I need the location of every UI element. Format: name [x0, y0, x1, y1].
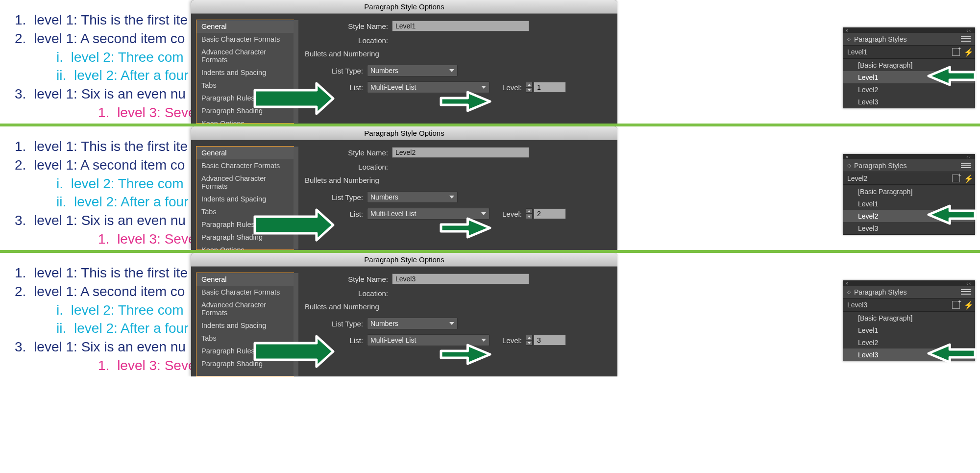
list-type-label: List Type:: [305, 193, 363, 201]
quick-apply-icon[interactable]: ⚡: [964, 48, 971, 56]
section-list-item[interactable]: Indents and Spacing: [196, 66, 294, 79]
section-list-item[interactable]: General: [196, 147, 294, 159]
close-icon[interactable]: ×: [845, 154, 848, 159]
panel-list-item[interactable]: Level2: [843, 336, 975, 349]
section-list-item[interactable]: Paragraph Rules: [196, 345, 294, 357]
diamond-icon: ◇: [847, 36, 851, 42]
chevron-down-icon: [481, 339, 486, 342]
style-name-label: Style Name:: [305, 275, 388, 283]
level-input[interactable]: [534, 335, 566, 346]
close-icon[interactable]: ×: [845, 281, 848, 286]
close-icon[interactable]: ×: [845, 28, 848, 33]
panel-header: ◇ Paragraph Styles: [843, 159, 975, 172]
level-input[interactable]: [534, 82, 566, 93]
dialog-section-list[interactable]: GeneralBasic Character FormatsAdvanced C…: [196, 20, 294, 124]
document-preview: 1. level 1: This is the first ite2. leve…: [15, 137, 196, 249]
panel-list-item[interactable]: Level1: [843, 71, 975, 83]
level-label: Level:: [492, 336, 522, 345]
section-list-item[interactable]: Tabs: [196, 205, 294, 218]
panel-title: Paragraph Styles: [854, 288, 906, 296]
quick-apply-icon[interactable]: ⚡: [964, 174, 971, 183]
panel-style-list[interactable]: [Basic Paragraph]Level1Level2Level3: [843, 185, 975, 234]
panel-list-item[interactable]: Level1: [843, 324, 975, 336]
panel-list-item[interactable]: Level3: [843, 349, 975, 361]
section-list-item[interactable]: Tabs: [196, 79, 294, 92]
level-stepper[interactable]: [526, 335, 533, 346]
document-preview: 1. level 1: This is the first ite2. leve…: [15, 264, 196, 375]
section-list-item[interactable]: Paragraph Rules: [196, 218, 294, 231]
section-list-item[interactable]: Basic Character Formats: [196, 33, 294, 46]
panel-list-item[interactable]: [Basic Paragraph]: [843, 59, 975, 71]
section-list-item[interactable]: Indents and Spacing: [196, 319, 294, 332]
section-list-item[interactable]: Paragraph Shading: [196, 231, 294, 244]
new-style-icon[interactable]: [952, 174, 960, 182]
panel-list-item[interactable]: [Basic Paragraph]: [843, 312, 975, 324]
panel-menu-icon[interactable]: [961, 162, 971, 169]
list-type-dropdown[interactable]: Numbers: [367, 65, 458, 76]
list-label: List:: [305, 83, 363, 92]
new-style-icon[interactable]: [952, 301, 960, 309]
list-type-dropdown[interactable]: Numbers: [367, 318, 458, 329]
section-list-item[interactable]: Paragraph Shading: [196, 357, 294, 370]
chevron-down-icon: [449, 322, 454, 325]
section-list-item[interactable]: General: [196, 20, 294, 33]
document-preview: 1. level 1: This is the first ite2. leve…: [15, 11, 196, 122]
level-stepper[interactable]: [526, 82, 533, 93]
style-name-input[interactable]: [392, 147, 529, 158]
panel-list-item[interactable]: Level1: [843, 198, 975, 210]
panel-style-list[interactable]: [Basic Paragraph]Level1Level2Level3: [843, 58, 975, 108]
panel-style-list[interactable]: [Basic Paragraph]Level1Level2Level3: [843, 311, 975, 361]
collapse-icon[interactable]: ‹‹: [966, 154, 972, 160]
panel-list-item[interactable]: Level3: [843, 96, 975, 108]
list-type-label: List Type:: [305, 67, 363, 75]
list-dropdown[interactable]: Multi-Level List: [367, 334, 490, 346]
panel-header: ◇ Paragraph Styles: [843, 33, 975, 46]
dialog-section-list[interactable]: GeneralBasic Character FormatsAdvanced C…: [196, 273, 294, 376]
paragraph-styles-panel: ×‹‹◇ Paragraph Styles Level1 ⚡ [Basic Pa…: [843, 27, 975, 108]
quick-apply-icon[interactable]: ⚡: [964, 300, 971, 309]
section-list-item[interactable]: Basic Character Formats: [196, 286, 294, 299]
new-style-icon[interactable]: [952, 48, 960, 56]
section-header: Bullets and Numbering: [305, 302, 612, 311]
style-name-label: Style Name:: [305, 149, 388, 157]
current-style-name: Level3: [847, 301, 867, 309]
list-label: List:: [305, 210, 363, 218]
section-list-item[interactable]: Keep Options: [196, 244, 294, 250]
paragraph-styles-panel: ×‹‹◇ Paragraph Styles Level2 ⚡ [Basic Pa…: [843, 154, 975, 235]
dialog-title: Paragraph Style Options: [191, 126, 617, 140]
section-list-item[interactable]: Advanced Character Formats: [196, 299, 294, 319]
dialog-section-list[interactable]: GeneralBasic Character FormatsAdvanced C…: [196, 146, 294, 250]
section-list-item[interactable]: General: [196, 273, 294, 286]
section-list-item[interactable]: Basic Character Formats: [196, 159, 294, 172]
panel-title: Paragraph Styles: [854, 35, 906, 43]
section-list-item[interactable]: Paragraph Rules: [196, 92, 294, 104]
paragraph-style-options-dialog: Paragraph Style OptionsGeneralBasic Char…: [191, 0, 617, 124]
panel-list-item[interactable]: Level3: [843, 222, 975, 234]
diamond-icon: ◇: [847, 289, 851, 295]
section-list-item[interactable]: Advanced Character Formats: [196, 172, 294, 193]
list-type-label: List Type:: [305, 320, 363, 328]
panel-list-item[interactable]: Level2: [843, 83, 975, 96]
level-stepper[interactable]: [526, 208, 533, 219]
section-list-item[interactable]: Indents and Spacing: [196, 193, 294, 205]
panel-header: ◇ Paragraph Styles: [843, 286, 975, 299]
panel-menu-icon[interactable]: [961, 36, 971, 43]
paragraph-styles-panel: ×‹‹◇ Paragraph Styles Level3 ⚡ [Basic Pa…: [843, 280, 975, 361]
section-list-item[interactable]: Tabs: [196, 332, 294, 345]
panel-menu-icon[interactable]: [961, 289, 971, 296]
section-list-item[interactable]: Paragraph Shading: [196, 104, 294, 117]
collapse-icon[interactable]: ‹‹: [966, 281, 972, 286]
list-dropdown[interactable]: Multi-Level List: [367, 208, 490, 220]
section-list-item[interactable]: Advanced Character Formats: [196, 46, 294, 66]
panel-list-item[interactable]: [Basic Paragraph]: [843, 185, 975, 198]
current-style-name: Level1: [847, 48, 867, 56]
level-input[interactable]: [534, 208, 566, 219]
section-list-item[interactable]: Keep Options: [196, 117, 294, 124]
level-label: Level:: [492, 83, 522, 92]
style-name-input[interactable]: [392, 274, 529, 284]
style-name-input[interactable]: [392, 21, 529, 31]
list-type-dropdown[interactable]: Numbers: [367, 191, 458, 203]
collapse-icon[interactable]: ‹‹: [966, 28, 972, 33]
panel-list-item[interactable]: Level2: [843, 210, 975, 222]
list-dropdown[interactable]: Multi-Level List: [367, 81, 490, 93]
